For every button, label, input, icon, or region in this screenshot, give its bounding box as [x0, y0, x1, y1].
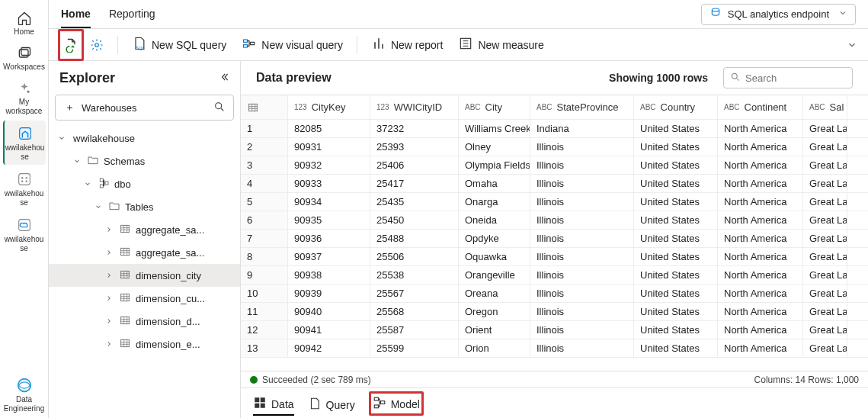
grid-cell[interactable]: Great La — [803, 266, 847, 284]
view-tab-model[interactable]: Model — [369, 391, 424, 416]
grid-row-header[interactable]: 12 — [241, 321, 288, 339]
grid-cell[interactable]: Illinois — [530, 138, 634, 156]
grid-cell[interactable]: Orangeville — [459, 266, 530, 284]
grid-cell[interactable]: 90940 — [288, 303, 370, 320]
tree-node[interactable]: wwilakehouse — [49, 127, 240, 150]
grid-row[interactable]: 39093225406Olympia FieldsIllinoisUnited … — [241, 156, 868, 175]
grid-cell[interactable]: Onarga — [459, 193, 530, 211]
collapse-panel-button[interactable] — [219, 70, 229, 86]
grid-row[interactable]: 18208537232Williams CreekIndianaUnited S… — [241, 120, 868, 138]
grid-row-header[interactable]: 11 — [241, 303, 288, 320]
grid-cell[interactable]: United States — [634, 266, 718, 284]
tree-toggle-icon[interactable] — [105, 339, 116, 350]
grid-cell[interactable]: Great La — [803, 120, 847, 137]
grid-cell[interactable]: North America — [718, 230, 803, 247]
tree-node[interactable]: dbo — [49, 172, 240, 195]
grid-cell[interactable]: Great La — [803, 156, 847, 174]
grid-cell[interactable]: 90931 — [288, 138, 370, 156]
tree-node[interactable]: dimension_city — [49, 264, 240, 287]
rail-item-sparkle[interactable]: My workspace — [3, 76, 46, 119]
grid-cell[interactable]: 25435 — [370, 193, 459, 211]
grid-cell[interactable]: Oneida — [459, 211, 530, 229]
grid-row[interactable]: 79093625488OpdykeIllinoisUnited StatesNo… — [241, 230, 868, 248]
grid-row[interactable]: 89093725506OquawkaIllinoisUnited StatesN… — [241, 248, 868, 266]
grid-cell[interactable]: United States — [634, 120, 718, 137]
grid-cell[interactable]: 90935 — [288, 211, 370, 229]
grid-cell[interactable]: Great La — [803, 248, 847, 265]
grid-cell[interactable]: North America — [718, 266, 803, 284]
grid-cell[interactable]: North America — [718, 248, 803, 265]
grid-corner[interactable] — [241, 95, 288, 119]
tree-toggle-icon[interactable] — [105, 270, 116, 281]
grid-search[interactable] — [723, 67, 853, 88]
grid-cell[interactable]: 90939 — [288, 285, 370, 302]
new-measure-button[interactable]: New measure — [456, 33, 545, 57]
tree-node[interactable]: aggregate_sa... — [49, 241, 240, 264]
grid-cell[interactable]: North America — [718, 175, 803, 192]
grid-cell[interactable]: 90941 — [288, 321, 370, 339]
rail-item-workspaces[interactable]: Workspaces — [3, 41, 46, 75]
settings-button[interactable] — [88, 33, 105, 57]
grid-row-header[interactable]: 9 — [241, 266, 288, 284]
tree-toggle-icon[interactable] — [105, 224, 116, 236]
grid-cell[interactable]: Oreana — [459, 285, 530, 302]
tree-toggle-icon[interactable] — [84, 178, 94, 190]
grid-cell[interactable]: 25587 — [370, 321, 459, 339]
grid-cell[interactable]: United States — [634, 193, 718, 211]
grid-cell[interactable]: North America — [718, 303, 803, 320]
tab-home[interactable]: Home — [61, 0, 91, 28]
new-sql-query-button[interactable]: SQL New SQL query — [130, 33, 228, 57]
grid-cell[interactable]: Illinois — [530, 248, 634, 265]
tree-node[interactable]: Tables — [49, 195, 240, 218]
grid-cell[interactable]: 25567 — [370, 285, 459, 302]
grid-row[interactable]: 69093525450OneidaIllinoisUnited StatesNo… — [241, 211, 868, 230]
grid-header-cell[interactable]: ABCContinent — [718, 95, 803, 119]
grid-cell[interactable]: United States — [634, 230, 718, 247]
grid-cell[interactable]: 25393 — [370, 138, 459, 156]
grid-header-cell[interactable]: ABCCountry — [634, 95, 718, 119]
tree-node[interactable]: dimension_cu... — [49, 287, 240, 310]
grid-cell[interactable]: Great La — [803, 230, 847, 247]
grid-cell[interactable]: United States — [634, 211, 718, 229]
grid-cell[interactable]: 90937 — [288, 248, 370, 265]
grid-cell[interactable]: 90936 — [288, 230, 370, 247]
grid-cell[interactable]: United States — [634, 321, 718, 339]
grid-cell[interactable]: United States — [634, 138, 718, 156]
tree-toggle-icon[interactable] — [105, 247, 116, 259]
view-tab-data[interactable]: Data — [253, 391, 294, 416]
grid-cell[interactable]: North America — [718, 211, 803, 229]
grid-search-input[interactable] — [745, 72, 846, 84]
grid-cell[interactable]: Indiana — [530, 120, 634, 137]
grid-row-header[interactable]: 4 — [241, 175, 288, 192]
grid-cell[interactable]: North America — [718, 285, 803, 302]
grid-cell[interactable]: United States — [634, 248, 718, 265]
grid-cell[interactable]: Illinois — [530, 175, 634, 192]
grid-cell[interactable]: 37232 — [370, 120, 459, 137]
rail-item-data-engineering[interactable]: Data Engineering — [3, 372, 46, 416]
rail-item-lakehouse-dots[interactable]: wwilakehou se — [3, 166, 46, 211]
grid-cell[interactable]: North America — [718, 339, 803, 357]
grid-cell[interactable]: Oregon — [459, 303, 530, 320]
grid-cell[interactable]: Olympia Fields — [459, 156, 530, 174]
grid-cell[interactable]: Illinois — [530, 303, 634, 320]
grid-row[interactable]: 59093425435OnargaIllinoisUnited StatesNo… — [241, 193, 868, 211]
grid-row-header[interactable]: 10 — [241, 285, 288, 302]
grid-cell[interactable]: 25568 — [370, 303, 459, 320]
grid-cell[interactable]: North America — [718, 156, 803, 174]
grid-header-cell[interactable]: ABCCity — [459, 95, 530, 119]
grid-cell[interactable]: 90933 — [288, 175, 370, 192]
grid-cell[interactable]: United States — [634, 303, 718, 320]
tree-node[interactable]: dimension_e... — [49, 333, 240, 355]
grid-cell[interactable]: 90934 — [288, 193, 370, 211]
grid-row[interactable]: 29093125393OlneyIllinoisUnited StatesNor… — [241, 138, 868, 156]
grid-header-cell[interactable]: 123CityKey — [288, 95, 370, 119]
grid-cell[interactable]: 25450 — [370, 211, 459, 229]
grid-row[interactable]: 49093325417OmahaIllinoisUnited StatesNor… — [241, 175, 868, 193]
grid-cell[interactable]: Illinois — [530, 156, 634, 174]
grid-row-header[interactable]: 8 — [241, 248, 288, 265]
rail-item-lakehouse-cloud[interactable]: wwilakehou se — [3, 212, 46, 256]
tree-toggle-icon[interactable] — [94, 201, 105, 213]
data-grid[interactable]: 123CityKey123WWICityIDABCCityABCStatePro… — [241, 95, 868, 358]
grid-row[interactable]: 139094225599OrionIllinoisUnited StatesNo… — [241, 339, 868, 358]
tree-toggle-icon[interactable] — [58, 133, 69, 144]
